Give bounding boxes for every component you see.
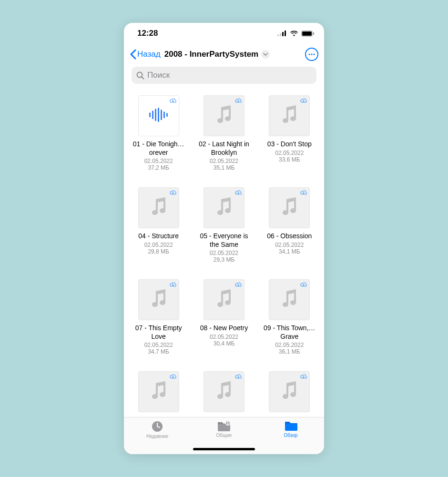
cloud-download-icon [169, 282, 177, 287]
file-date: 02.05.2022 [198, 158, 250, 164]
back-button[interactable]: Назад [130, 49, 161, 60]
cloud-download-icon [169, 98, 177, 103]
search-input[interactable]: Поиск [132, 67, 316, 84]
file-item[interactable] [132, 371, 184, 416]
ellipsis-icon [308, 53, 315, 55]
music-note-icon [214, 288, 234, 311]
music-note-icon [214, 104, 234, 127]
back-label: Назад [137, 50, 161, 59]
file-thumbnail [269, 95, 310, 136]
svg-point-21 [227, 422, 229, 423]
file-item[interactable]: 03 - Don't Stop02.05.202233,6 МБ [264, 95, 316, 171]
file-thumbnail [269, 187, 310, 228]
file-title: 02 - Last Night in Brooklyn [198, 140, 250, 157]
file-item[interactable]: 05 - Everyone is the Same02.05.202229,3 … [198, 187, 250, 263]
music-note-icon [214, 196, 234, 219]
file-size: 37,2 МБ [132, 164, 184, 171]
file-item[interactable]: 01 - Die Tonigh…orever02.05.202237,2 МБ [132, 95, 184, 171]
folder-icon [284, 420, 298, 432]
file-size: 35,1 МБ [198, 164, 250, 171]
svg-line-11 [142, 77, 144, 79]
file-date: 02.05.2022 [264, 242, 316, 248]
file-size: 36,1 МБ [264, 348, 316, 355]
file-thumbnail [269, 371, 310, 412]
svg-rect-12 [149, 112, 151, 117]
file-thumbnail [138, 95, 179, 136]
file-item[interactable]: 08 - New Poetry02.05.202230,4 МБ [198, 279, 250, 355]
file-date: 02.05.2022 [264, 342, 316, 348]
search-icon [136, 71, 144, 80]
more-options-button[interactable] [305, 48, 318, 61]
status-right [277, 30, 315, 37]
file-title: 08 - New Poetry [198, 324, 250, 333]
svg-rect-6 [313, 32, 314, 35]
svg-rect-3 [285, 30, 286, 36]
file-thumbnail [138, 279, 179, 320]
file-thumbnail [204, 95, 244, 136]
cloud-download-icon [169, 374, 177, 379]
file-item[interactable] [198, 371, 250, 416]
file-size: 30,4 МБ [198, 340, 250, 347]
file-title: 05 - Everyone is the Same [198, 232, 250, 249]
file-date: 02.05.2022 [198, 250, 250, 256]
status-time: 12:28 [137, 29, 158, 38]
file-item[interactable] [264, 371, 316, 416]
tab-browse[interactable]: Обзор [257, 420, 324, 454]
svg-point-10 [137, 72, 143, 77]
home-indicator[interactable] [193, 448, 255, 450]
tab-recent[interactable]: Недавние [124, 420, 191, 454]
chevron-down-icon [261, 50, 270, 59]
file-date: 02.05.2022 [132, 242, 184, 248]
file-size: 29,8 МБ [132, 248, 184, 255]
search-placeholder: Поиск [147, 71, 170, 80]
svg-rect-18 [166, 113, 168, 117]
svg-point-7 [308, 53, 310, 55]
file-item[interactable]: 02 - Last Night in Brooklyn02.05.202235,… [198, 95, 250, 171]
music-note-icon [149, 380, 168, 403]
tab-browse-label: Обзор [284, 433, 298, 438]
music-note-icon [280, 104, 299, 127]
file-title: 09 - This Town,…Grave [264, 324, 316, 341]
svg-rect-1 [280, 33, 281, 36]
file-date: 02.05.2022 [132, 158, 184, 164]
waveform-icon [148, 108, 169, 124]
device-frame: 12:28 Назад 2008 - InnerPartySystem [124, 23, 324, 454]
navigation-bar: Назад 2008 - InnerPartySystem [124, 44, 324, 65]
cloud-download-icon [300, 374, 307, 379]
file-item[interactable]: 09 - This Town,…Grave02.05.202236,1 МБ [264, 279, 316, 355]
chevron-left-icon [130, 49, 136, 60]
file-date: 02.05.2022 [198, 334, 250, 340]
music-note-icon [280, 380, 299, 403]
file-size: 34,7 МБ [132, 348, 184, 355]
status-bar: 12:28 [124, 23, 324, 44]
cloud-download-icon [169, 190, 177, 195]
file-date: 02.05.2022 [132, 342, 184, 348]
search-bar-container: Поиск [124, 65, 324, 89]
file-title: 03 - Don't Stop [264, 140, 316, 149]
wifi-icon [290, 30, 298, 37]
svg-rect-13 [152, 111, 153, 119]
svg-rect-5 [302, 31, 312, 36]
file-thumbnail [204, 371, 244, 412]
file-item[interactable]: 07 - This Empty Love02.05.202234,7 МБ [132, 279, 184, 355]
svg-point-9 [313, 53, 315, 55]
cellular-signal-icon [277, 30, 287, 36]
file-item[interactable]: 04 - Structure02.05.202229,8 МБ [132, 187, 184, 263]
clock-icon [151, 420, 163, 433]
file-thumbnail [204, 187, 244, 228]
cloud-download-icon [234, 374, 242, 379]
file-size: 34,1 МБ [264, 248, 316, 255]
file-title: 06 - Obsession [264, 232, 316, 241]
cloud-download-icon [300, 190, 307, 195]
file-size: 33,6 МБ [264, 156, 316, 163]
svg-rect-17 [163, 112, 165, 118]
file-title: 07 - This Empty Love [132, 324, 184, 341]
cloud-download-icon [300, 98, 307, 103]
page-title[interactable]: 2008 - InnerPartySystem [164, 50, 270, 59]
file-thumbnail [269, 279, 310, 320]
cloud-download-icon [234, 282, 242, 287]
file-item[interactable]: 06 - Obsession02.05.202234,1 МБ [264, 187, 316, 263]
svg-point-20 [226, 421, 230, 426]
file-grid-container[interactable]: 01 - Die Tonigh…orever02.05.202237,2 МБ0… [124, 89, 324, 417]
tab-recent-label: Недавние [146, 434, 168, 439]
